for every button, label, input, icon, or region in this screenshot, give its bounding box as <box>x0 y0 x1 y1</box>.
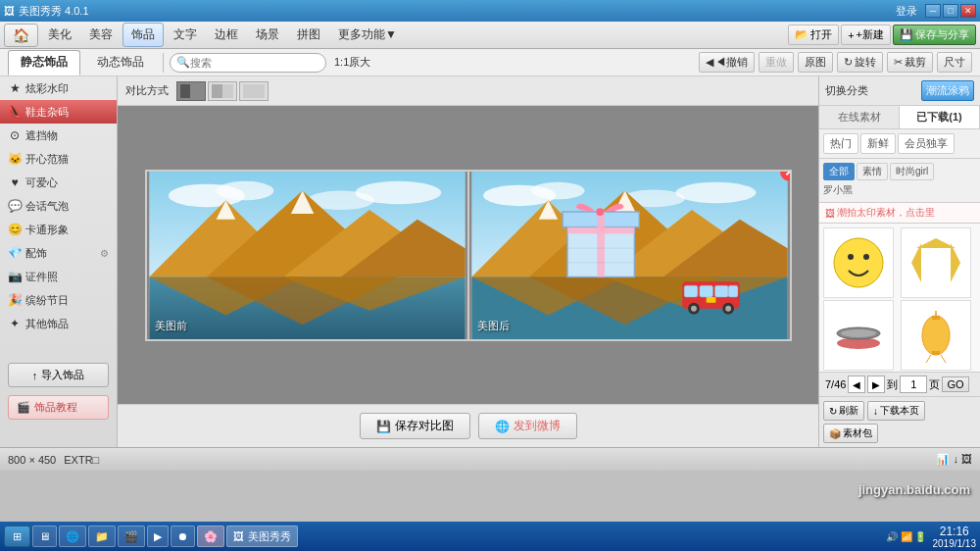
right-panel: 切换分类 潮流涂鸦 在线素材 已下载(1) 热门 新鲜 会员独享 全部 素情 时… <box>818 76 980 447</box>
tab-downloaded[interactable]: 已下载(1) <box>900 106 980 128</box>
taskbar-media[interactable]: 🎬 <box>118 526 145 547</box>
svg-rect-63 <box>932 351 940 355</box>
svg-marker-56 <box>911 243 921 282</box>
image-after[interactable]: ✕ <box>469 172 790 339</box>
cat-new[interactable]: 新鲜 <box>860 133 896 154</box>
sidebar-item-accessories[interactable]: 💎 配饰 ⚙ <box>0 241 117 265</box>
cat-vip[interactable]: 会员独享 <box>898 133 955 154</box>
cartoon-icon: 😊 <box>8 223 22 236</box>
promo-banner[interactable]: 🖼 潮拍太印素材，点击里 <box>819 203 980 224</box>
minimize-button[interactable]: ─ <box>925 4 941 18</box>
title-bar-title: 美图秀秀 4.0.1 <box>19 4 89 19</box>
tab-online[interactable]: 在线素材 <box>819 106 900 128</box>
page-input[interactable] <box>900 376 927 393</box>
left-sidebar: ★ 炫彩水印 👠 鞋走杂码 ⊙ 遮挡物 🐱 开心范猫 ♥ 可爱心 💬 会话气泡 … <box>0 76 118 447</box>
sidebar-item-cover[interactable]: ⊙ 遮挡物 <box>0 124 117 147</box>
resize-button[interactable]: 尺寸 <box>937 52 972 73</box>
weibo-button[interactable]: 🌐 发到微博 <box>478 413 577 439</box>
new-button[interactable]: + +新建 <box>841 25 891 45</box>
compare-btn-overlay2[interactable] <box>239 81 269 101</box>
menu-bar: 🏠 美化 美容 饰品 文字 边框 场景 拼图 更多功能▼ 📂 打开 + +新建 … <box>0 22 980 49</box>
taskbar-explorer[interactable]: 🖥 <box>32 526 57 547</box>
sidebar-item-bubble[interactable]: 💬 会话气泡 <box>0 194 117 218</box>
search-input[interactable] <box>190 57 318 69</box>
refresh-button[interactable]: ↻ 刷新 <box>823 401 864 421</box>
title-bar: 🖼 美图秀秀 4.0.1 登录 ─ □ ✕ <box>0 0 980 22</box>
item-disc[interactable] <box>823 300 894 371</box>
item-lantern[interactable] <box>901 300 971 371</box>
compare-toolbar: 对比方式 <box>118 76 818 106</box>
filter-all[interactable]: 全部 <box>823 163 855 180</box>
app-icon: 🖼 <box>4 5 15 17</box>
save-compare-button[interactable]: 💾 保存对比图 <box>360 413 470 439</box>
menu-collage[interactable]: 拼图 <box>289 24 328 46</box>
window-controls: ─ □ ✕ <box>925 4 976 18</box>
cat-icon: 🐱 <box>8 152 22 166</box>
download-icon: ↓ <box>873 406 878 417</box>
accessories-settings[interactable]: ⚙ <box>100 248 109 259</box>
sidebar-item-shoes[interactable]: 👠 鞋走杂码 <box>0 100 117 124</box>
menu-more[interactable]: 更多功能▼ <box>330 24 405 46</box>
sidebar-item-cat[interactable]: 🐱 开心范猫 <box>0 147 117 171</box>
rotate-button[interactable]: ↻ 旋转 <box>837 52 883 73</box>
items-grid <box>819 224 980 372</box>
taskbar-browser[interactable]: 🌐 <box>59 526 86 547</box>
login-link[interactable]: 登录 <box>896 4 917 19</box>
taskbar-play[interactable]: ▶ <box>147 526 169 547</box>
compare-btn-split[interactable] <box>176 81 206 101</box>
compare-btn-overlay1[interactable] <box>208 81 237 101</box>
sidebar-item-other[interactable]: ✦ 其他饰品 <box>0 312 117 335</box>
cat-hot[interactable]: 热门 <box>823 133 858 154</box>
sidebar-item-watermark[interactable]: ★ 炫彩水印 <box>0 76 117 100</box>
menu-border[interactable]: 边框 <box>207 24 246 46</box>
sidebar-item-cartoon[interactable]: 😊 卡通形象 <box>0 218 117 241</box>
item-arrows[interactable] <box>901 227 971 298</box>
filter-type[interactable]: 素情 <box>857 163 888 180</box>
redo-button[interactable]: 重做 <box>759 52 794 73</box>
crop-button[interactable]: ✂ 裁剪 <box>887 52 933 73</box>
download-page-button[interactable]: ↓ 下载本页 <box>867 401 925 421</box>
start-button[interactable]: ⊞ <box>4 526 30 547</box>
bubble-icon: 💬 <box>8 199 22 213</box>
close-button[interactable]: ✕ <box>960 4 976 18</box>
import-button[interactable]: ↑ 导入饰品 <box>8 363 109 387</box>
active-app-label: 美图秀秀 <box>248 529 291 544</box>
undo-button[interactable]: ◀ ◀撤销 <box>699 52 755 73</box>
category-tabs: 热门 新鲜 会员独享 <box>819 129 980 159</box>
menu-scene[interactable]: 场景 <box>248 24 287 46</box>
original-button[interactable]: 原图 <box>798 52 833 73</box>
menu-beauty[interactable]: 美容 <box>81 24 121 46</box>
watermark-icon: ★ <box>8 81 22 95</box>
material-pack-button[interactable]: 📦 素材包 <box>823 424 878 443</box>
active-filter-label[interactable]: 潮流涂鸦 <box>921 80 974 101</box>
taskbar-record[interactable]: ⏺ <box>171 526 195 547</box>
right-top-bar: 切换分类 潮流涂鸦 <box>819 76 980 106</box>
menu-beautify[interactable]: 美化 <box>40 24 79 46</box>
open-button[interactable]: 📂 打开 <box>788 25 839 45</box>
svg-rect-44 <box>699 285 712 297</box>
tutorial-button[interactable]: 🎬 饰品教程 <box>8 395 109 420</box>
tab-dynamic[interactable]: 动态饰品 <box>84 50 157 75</box>
right-actions: ↻ 刷新 ↓ 下载本页 📦 素材包 <box>819 397 980 447</box>
taskbar-active-app[interactable]: 🖼 美图秀秀 <box>226 526 298 547</box>
filter-girl[interactable]: 时尚girl <box>890 163 934 180</box>
maximize-button[interactable]: □ <box>943 4 958 18</box>
weibo-icon: 🌐 <box>495 420 510 433</box>
taskbar-meituxiuxiu[interactable]: 🌸 <box>197 526 224 547</box>
prev-page-button[interactable]: ◀ <box>848 376 865 393</box>
clock: 21:16 2019/1/13 <box>933 525 977 549</box>
search-box[interactable]: 🔍 <box>170 53 326 73</box>
home-button[interactable]: 🏠 <box>4 24 38 47</box>
sidebar-item-festival[interactable]: 🎉 缤纷节日 <box>0 288 117 312</box>
taskbar-folder[interactable]: 📁 <box>88 526 116 547</box>
menu-text[interactable]: 文字 <box>166 24 205 46</box>
sidebar-item-heart[interactable]: ♥ 可爱心 <box>0 171 117 194</box>
status-bar: 800 × 450 EXTR□ 📊 ↓ 🖼 <box>0 447 980 471</box>
next-page-button[interactable]: ▶ <box>867 376 885 393</box>
tab-static[interactable]: 静态饰品 <box>8 50 80 75</box>
item-smiley[interactable] <box>823 227 894 298</box>
save-button[interactable]: 💾 保存与分享 <box>893 25 976 45</box>
go-button[interactable]: GO <box>942 376 968 392</box>
menu-decoration[interactable]: 饰品 <box>122 23 164 47</box>
sidebar-item-id-photo[interactable]: 📷 证件照 <box>0 265 117 288</box>
